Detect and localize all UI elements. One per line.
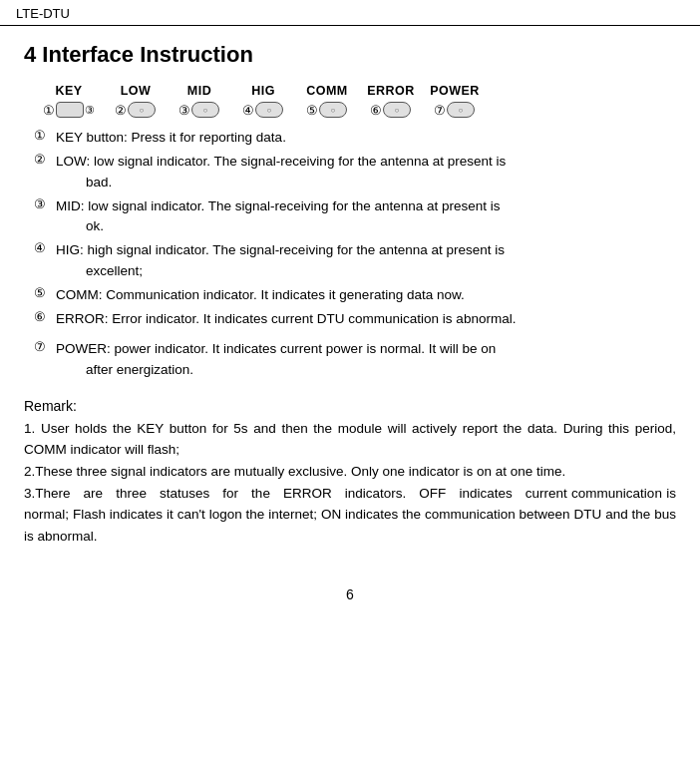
- label-key: KEY: [34, 84, 104, 98]
- indicator-mid-icon: ③ ○: [168, 102, 231, 118]
- desc-item-1: ① KEY button: Press it for reporting dat…: [34, 128, 676, 148]
- desc-num-6: ⑥: [34, 309, 56, 324]
- desc-text-2: LOW: low signal indicator. The signal-re…: [56, 152, 506, 192]
- label-mid: MID: [168, 84, 231, 98]
- desc-item-2: ② LOW: low signal indicator. The signal-…: [34, 152, 676, 192]
- desc-text-5: COMM: Communication indicator. It indica…: [56, 285, 465, 305]
- desc-text-7: POWER: power indicator. It indicates cur…: [56, 339, 496, 380]
- desc-item-4: ④ HIG: high signal indicator. The signal…: [34, 240, 676, 281]
- remark-item-1: 1. User holds the KEY button for 5s and …: [24, 418, 676, 461]
- desc-num-3: ③: [34, 196, 56, 211]
- section-title: 4 Interface Instruction: [24, 42, 676, 68]
- desc-item-3: ③ MID: low signal indicator. The signal-…: [34, 196, 676, 237]
- remark-section: Remark: 1. User holds the KEY button for…: [24, 398, 676, 548]
- indicator-power-icon: ⑦ ○: [423, 102, 487, 118]
- label-hig: HIG: [231, 84, 295, 98]
- remark-item-2: 2.These three signal indicators are mutu…: [24, 461, 676, 483]
- indicator-low-icon: ② ○: [104, 102, 168, 118]
- desc-num-4: ④: [34, 240, 56, 255]
- indicator-key-icon: ① ③: [34, 102, 104, 118]
- desc-num-2: ②: [34, 152, 56, 167]
- page-number: 6: [24, 586, 676, 602]
- desc-num-1: ①: [34, 128, 56, 143]
- desc-item-5: ⑤ COMM: Communication indicator. It indi…: [34, 285, 676, 305]
- main-content: 4 Interface Instruction KEY LOW MID HIG …: [0, 26, 700, 622]
- label-low: LOW: [104, 84, 168, 98]
- desc-num-5: ⑤: [34, 285, 56, 300]
- header-title: LTE-DTU: [16, 6, 70, 21]
- indicator-error-icon: ⑥ ○: [359, 102, 423, 118]
- desc-text-3: MID: low signal indicator. The signal-re…: [56, 196, 501, 237]
- desc-item-6: ⑥ ERROR: Error indicator. It indicates c…: [34, 309, 676, 329]
- indicator-hig-icon: ④ ○: [231, 102, 295, 118]
- desc-text-4: HIG: high signal indicator. The signal-r…: [56, 240, 505, 281]
- label-error: ERROR: [359, 84, 423, 98]
- label-comm: COMM: [295, 84, 359, 98]
- remark-title: Remark:: [24, 398, 676, 414]
- label-power: POWER: [423, 84, 487, 98]
- indicator-labels-row: KEY LOW MID HIG COMM ERROR POWER: [34, 84, 676, 98]
- desc-item-7: ⑦ POWER: power indicator. It indicates c…: [34, 339, 676, 380]
- desc-num-7: ⑦: [34, 339, 56, 354]
- desc-text-1: KEY button: Press it for reporting data.: [56, 128, 286, 148]
- indicator-icons-row: ① ③ ② ○ ③ ○ ④ ○: [34, 102, 676, 118]
- descriptions-list: ① KEY button: Press it for reporting dat…: [34, 128, 676, 380]
- indicator-diagram: KEY LOW MID HIG COMM ERROR POWER ① ③ ② ○: [34, 84, 676, 118]
- desc-text-6: ERROR: Error indicator. It indicates cur…: [56, 309, 516, 329]
- page-header: LTE-DTU: [0, 0, 700, 26]
- indicator-comm-icon: ⑤ ○: [295, 102, 359, 118]
- remark-item-3: 3.There are three statuses for the ERROR…: [24, 483, 676, 548]
